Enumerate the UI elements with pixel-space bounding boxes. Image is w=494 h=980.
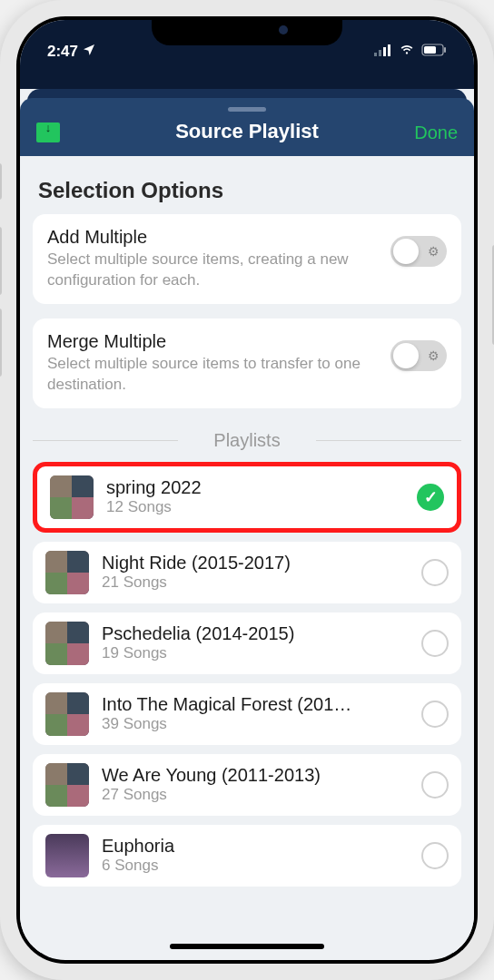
playlist-subtitle: 21 Songs	[102, 573, 409, 592]
playlist-info: Into The Magical Forest (201…39 Songs	[102, 694, 409, 733]
playlist-artwork	[45, 692, 89, 736]
playlist-row[interactable]: We Are Young (2011-2013)27 Songs	[33, 754, 461, 816]
download-icon[interactable]	[36, 122, 60, 142]
selection-options-title: Selection Options	[38, 178, 456, 203]
playlist-subtitle: 6 Songs	[102, 857, 409, 875]
playlist-row[interactable]: Pschedelia (2014-2015)19 Songs	[33, 612, 461, 674]
playlist-artwork	[45, 551, 89, 594]
phone-frame: 2:47	[0, 0, 494, 980]
modal-backdrop-top	[20, 71, 474, 89]
playlist-subtitle: 19 Songs	[102, 644, 409, 662]
checkmark-empty-icon[interactable]	[421, 559, 449, 586]
checkmark-empty-icon[interactable]	[421, 771, 449, 799]
checkmark-empty-icon[interactable]	[421, 842, 449, 869]
page-title: Source Playlist	[175, 120, 319, 143]
playlist-row[interactable]: spring 202212 Songs✓	[33, 462, 461, 533]
svg-rect-5	[424, 46, 436, 54]
gear-icon: ⚙	[428, 348, 440, 363]
playlist-info: Pschedelia (2014-2015)19 Songs	[102, 623, 409, 662]
screen: 2:47	[20, 20, 474, 960]
done-button[interactable]: Done	[414, 122, 458, 143]
playlist-name: We Are Young (2011-2013)	[102, 765, 409, 786]
battery-icon	[421, 43, 447, 61]
merge-multiple-card: Merge Multiple Select multiple source it…	[33, 318, 461, 408]
silence-switch	[0, 163, 2, 200]
merge-multiple-toggle[interactable]: ⚙	[390, 340, 447, 371]
add-multiple-toggle[interactable]: ⚙	[390, 236, 447, 267]
toggle-knob	[393, 343, 419, 368]
merge-multiple-title: Merge Multiple	[47, 331, 381, 352]
notch	[152, 16, 342, 45]
playlist-row[interactable]: Night Ride (2015-2017)21 Songs	[33, 542, 461, 603]
add-multiple-card: Add Multiple Select multiple source item…	[33, 214, 461, 304]
playlists-divider-label: Playlists	[33, 430, 461, 451]
playlist-name: Pschedelia (2014-2015)	[102, 623, 409, 644]
playlist-row[interactable]: Euphoria6 Songs	[33, 825, 461, 887]
add-multiple-title: Add Multiple	[47, 227, 381, 248]
playlist-artwork	[50, 475, 94, 519]
playlist-name: spring 2022	[106, 477, 404, 498]
playlist-artwork	[45, 763, 89, 807]
add-multiple-text: Add Multiple Select multiple source item…	[47, 227, 390, 291]
phone-bezel: 2:47	[16, 16, 478, 964]
wifi-icon	[398, 43, 416, 61]
merge-multiple-desc: Select multiple source items to transfer…	[47, 354, 381, 396]
playlist-artwork	[45, 622, 89, 665]
location-arrow-icon	[82, 43, 96, 62]
playlist-subtitle: 27 Songs	[102, 786, 409, 804]
toggle-knob	[393, 239, 419, 264]
playlist-info: Night Ride (2015-2017)21 Songs	[102, 553, 409, 592]
cellular-signal-icon	[374, 43, 392, 61]
checkmark-empty-icon[interactable]	[421, 701, 449, 728]
sheet-grabber[interactable]	[228, 107, 266, 112]
playlist-artwork	[45, 834, 89, 877]
merge-multiple-text: Merge Multiple Select multiple source it…	[47, 331, 390, 396]
nav-bar: Source Playlist Done	[20, 98, 474, 156]
status-right	[374, 43, 447, 61]
playlist-row[interactable]: Into The Magical Forest (201…39 Songs	[33, 683, 461, 745]
volume-down	[0, 309, 2, 377]
gear-icon: ⚙	[428, 244, 440, 259]
status-time: 2:47	[47, 43, 78, 61]
camera-dot	[279, 25, 288, 34]
home-indicator[interactable]	[170, 944, 324, 949]
svg-rect-1	[379, 50, 381, 56]
playlist-subtitle: 39 Songs	[102, 715, 409, 733]
playlist-info: We Are Young (2011-2013)27 Songs	[102, 765, 409, 804]
checkmark-empty-icon[interactable]	[421, 630, 449, 657]
add-multiple-desc: Select multiple source items, creating a…	[47, 250, 381, 291]
playlist-name: Euphoria	[102, 836, 409, 857]
svg-rect-6	[444, 47, 446, 53]
checkmark-filled-icon[interactable]: ✓	[417, 484, 444, 511]
svg-rect-0	[374, 53, 377, 56]
svg-rect-2	[383, 47, 386, 56]
volume-up	[0, 227, 2, 295]
content-area: Selection Options Add Multiple Select mu…	[20, 156, 474, 953]
svg-rect-3	[388, 44, 390, 56]
status-left: 2:47	[47, 43, 96, 62]
playlist-subtitle: 12 Songs	[106, 498, 404, 516]
playlist-info: Euphoria6 Songs	[102, 836, 409, 875]
playlist-name: Night Ride (2015-2017)	[102, 553, 409, 573]
playlist-info: spring 202212 Songs	[106, 477, 404, 516]
playlist-list: spring 202212 Songs✓Night Ride (2015-201…	[33, 462, 461, 887]
playlist-name: Into The Magical Forest (201…	[102, 694, 409, 715]
